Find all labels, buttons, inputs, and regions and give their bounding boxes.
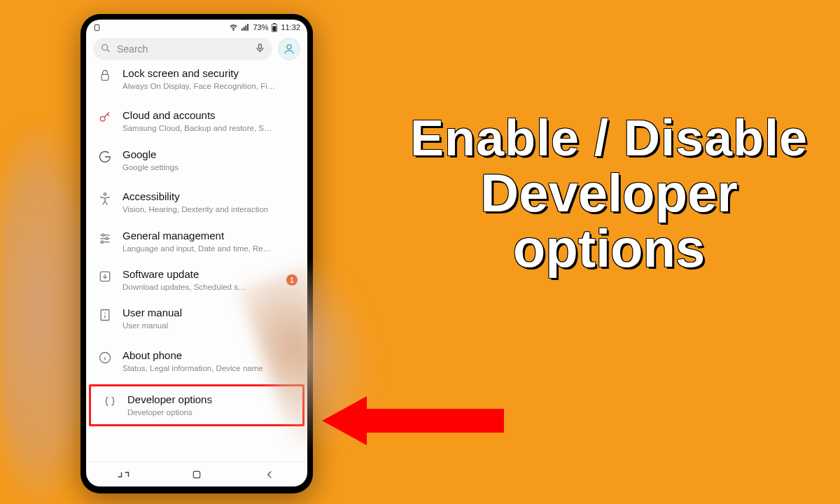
settings-item-software-update[interactable]: Software update Download updates, Schedu… <box>86 260 307 299</box>
lock-icon <box>97 69 113 83</box>
back-button[interactable] <box>256 469 284 480</box>
item-title: General management <box>122 230 298 242</box>
item-subtitle: Google settings <box>122 162 298 172</box>
svg-rect-11 <box>259 44 262 49</box>
svg-rect-24 <box>101 310 109 321</box>
update-badge: 1 <box>286 274 298 286</box>
overlay-title: Enable / Disable Developer options <box>392 112 826 276</box>
settings-item-google[interactable]: Google Google settings <box>86 141 307 179</box>
search-placeholder: Search <box>117 43 148 55</box>
svg-point-22 <box>101 241 103 243</box>
item-subtitle: Samsung Cloud, Backup and restore, S… <box>122 123 298 133</box>
search-icon <box>100 43 111 56</box>
item-subtitle: Always On Display, Face Recognition, Fi… <box>122 81 298 91</box>
settings-item-developer-options[interactable]: Developer options Developer options <box>89 384 304 426</box>
status-bar: 73% 11:32 <box>86 20 307 35</box>
home-button[interactable] <box>183 469 211 480</box>
wifi-icon <box>229 23 238 32</box>
settings-item-about-phone[interactable]: About phone Status, Legal information, D… <box>86 342 307 380</box>
manual-icon <box>97 308 113 322</box>
svg-line-10 <box>107 50 109 52</box>
svg-rect-5 <box>248 24 249 31</box>
settings-item-general[interactable]: General management Language and input, D… <box>86 222 307 260</box>
svg-point-13 <box>287 45 291 49</box>
item-title: Software update <box>122 268 298 281</box>
navigation-bar <box>86 461 307 486</box>
svg-point-9 <box>102 44 108 50</box>
item-title: Google <box>122 148 298 161</box>
item-title: Developer options <box>127 393 293 406</box>
settings-item-lock-screen[interactable]: Lock screen and security Always On Displ… <box>86 64 307 98</box>
clock-text: 11:32 <box>281 23 300 31</box>
item-subtitle: Download updates, Scheduled s… <box>122 282 298 292</box>
item-title: User manual <box>122 307 298 319</box>
settings-list: Lock screen and security Always On Displ… <box>86 64 307 461</box>
svg-rect-7 <box>274 23 276 24</box>
svg-rect-2 <box>242 28 244 30</box>
item-subtitle: User manual <box>122 321 298 330</box>
item-subtitle: Developer options <box>127 407 293 417</box>
search-input[interactable]: Search <box>93 38 272 60</box>
svg-rect-3 <box>244 27 245 30</box>
sliders-icon <box>97 231 113 245</box>
svg-rect-14 <box>102 74 108 80</box>
svg-point-18 <box>102 234 104 236</box>
mic-icon[interactable] <box>255 43 265 55</box>
svg-rect-28 <box>193 471 200 477</box>
profile-button[interactable] <box>278 38 300 60</box>
item-subtitle: Vision, Hearing, Dexterity and interacti… <box>122 204 298 214</box>
settings-item-accessibility[interactable]: Accessibility Vision, Hearing, Dexterity… <box>86 183 307 221</box>
battery-icon <box>271 23 278 32</box>
item-subtitle: Language and input, Date and time, Re… <box>122 244 298 253</box>
item-title: Accessibility <box>122 190 298 203</box>
recents-button[interactable] <box>109 470 137 479</box>
pointer-arrow <box>322 396 504 445</box>
overlay-line3: options <box>392 220 826 276</box>
signal-icon <box>241 23 250 32</box>
phone-screen: 73% 11:32 Search <box>86 20 307 486</box>
svg-point-1 <box>233 29 234 30</box>
phone-frame: 73% 11:32 Search <box>80 14 313 493</box>
svg-point-20 <box>106 237 108 239</box>
screenshot-indicator-icon <box>93 24 101 31</box>
braces-icon <box>102 395 118 409</box>
svg-rect-0 <box>94 24 99 30</box>
battery-text: 73% <box>253 23 268 31</box>
info-icon <box>97 351 113 365</box>
settings-item-cloud[interactable]: Cloud and accounts Samsung Cloud, Backup… <box>86 102 307 140</box>
overlay-line1: Enable / Disable <box>392 112 826 165</box>
overlay-line2: Developer <box>392 165 826 221</box>
svg-point-16 <box>104 193 106 195</box>
item-title: About phone <box>122 349 298 362</box>
svg-point-15 <box>100 117 105 122</box>
google-icon <box>97 150 113 164</box>
item-title: Lock screen and security <box>122 67 298 80</box>
accessibility-icon <box>97 192 113 206</box>
settings-item-user-manual[interactable]: User manual User manual <box>86 299 307 337</box>
svg-rect-8 <box>273 26 276 31</box>
update-icon <box>97 270 113 284</box>
item-title: Cloud and accounts <box>122 109 298 122</box>
key-icon <box>97 111 113 125</box>
item-subtitle: Status, Legal information, Device name <box>122 363 298 373</box>
svg-rect-4 <box>246 25 247 31</box>
search-row: Search <box>86 35 307 64</box>
